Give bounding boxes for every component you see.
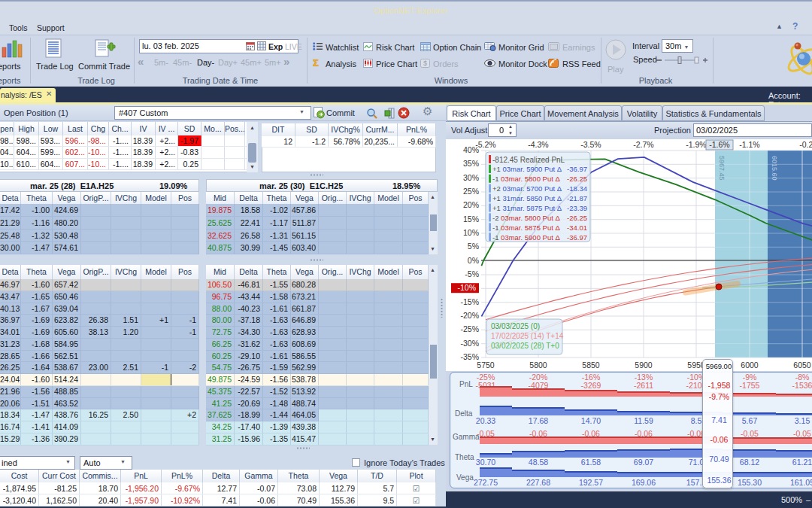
- svg-text:-5%: -5%: [465, 269, 479, 278]
- svg-text:5967.45: 5967.45: [718, 156, 726, 181]
- svg-text:5750: 5750: [477, 360, 495, 370]
- svg-text:30%: 30%: [463, 173, 479, 182]
- svg-text:-26.25: -26.25: [567, 214, 587, 222]
- svg-text:-3.5%: -3.5%: [580, 140, 601, 149]
- svg-text:03/02/2025 (28) T+0: 03/02/2025 (28) T+0: [491, 342, 559, 350]
- svg-text:17/02/2025 (14) T+14: 17/02/2025 (14) T+14: [491, 332, 564, 340]
- svg-text:20%: 20%: [463, 200, 479, 209]
- svg-text:5800: 5800: [529, 360, 547, 370]
- svg-text:$: $: [423, 59, 427, 67]
- svg-text:35%: 35%: [463, 159, 479, 168]
- svg-text:-1.1%: -1.1%: [739, 140, 759, 149]
- svg-text:6000: 6000: [741, 360, 759, 370]
- svg-text:5900: 5900: [635, 360, 653, 370]
- svg-text:-23.39: -23.39: [567, 204, 587, 212]
- svg-text:-30%: -30%: [460, 339, 479, 348]
- svg-text:-812.45 Realized PnL: -812.45 Realized PnL: [492, 156, 565, 164]
- svg-text:-4.3%: -4.3%: [528, 140, 548, 149]
- svg-text:03/03/2025 (0): 03/03/2025 (0): [491, 322, 540, 330]
- svg-text:-1 03mar. 5800 Put Δ: -1 03mar. 5800 Put Δ: [492, 175, 560, 183]
- svg-text:5850: 5850: [582, 360, 600, 370]
- svg-text:-1 03mar. 5875 Put Δ: -1 03mar. 5875 Put Δ: [492, 224, 560, 232]
- svg-text:+1 31mar. 5875 Put Δ: +1 31mar. 5875 Put Δ: [492, 204, 562, 212]
- svg-text:+1 31mar. 5850 Put Δ: +1 31mar. 5850 Put Δ: [492, 194, 562, 202]
- svg-text:-36.97: -36.97: [567, 233, 587, 242]
- svg-text:-2 03mar. 5800 Put Δ: -2 03mar. 5800 Put Δ: [492, 214, 560, 222]
- svg-text:-21.87: -21.87: [567, 194, 587, 202]
- svg-text:-5.2%: -5.2%: [475, 140, 495, 149]
- svg-text:-0.2%: -0.2%: [799, 140, 812, 149]
- svg-text:-35%: -35%: [460, 352, 479, 361]
- svg-text:-26.25: -26.25: [567, 175, 587, 183]
- svg-text:-20%: -20%: [460, 311, 479, 320]
- svg-text:6015.60: 6015.60: [771, 156, 778, 181]
- svg-text:6050: 6050: [793, 360, 811, 370]
- svg-text:10%: 10%: [463, 228, 479, 237]
- svg-text:-1.9%: -1.9%: [686, 140, 706, 149]
- svg-text:+1 03mar. 5900 Put Δ: +1 03mar. 5900 Put Δ: [492, 165, 562, 173]
- svg-text:-34.01: -34.01: [567, 224, 587, 232]
- svg-text:-18.34: -18.34: [567, 184, 587, 193]
- svg-text:25%: 25%: [463, 187, 479, 196]
- svg-text:15%: 15%: [463, 214, 479, 224]
- svg-text:-25%: -25%: [460, 324, 479, 333]
- svg-text:0%: 0%: [468, 256, 479, 265]
- svg-text:-36.97: -36.97: [567, 165, 587, 173]
- svg-text:+2 03mar. 5700 Put Δ: +2 03mar. 5700 Put Δ: [492, 184, 562, 193]
- svg-text:5%: 5%: [468, 242, 479, 251]
- svg-text:-1 03mar. 5900 Put Δ: -1 03mar. 5900 Put Δ: [492, 233, 560, 242]
- svg-text:-2.7%: -2.7%: [633, 140, 653, 149]
- svg-text:-10%: -10%: [457, 283, 476, 292]
- svg-text:-15%: -15%: [460, 297, 479, 306]
- svg-text:-1.6%: -1.6%: [709, 140, 729, 149]
